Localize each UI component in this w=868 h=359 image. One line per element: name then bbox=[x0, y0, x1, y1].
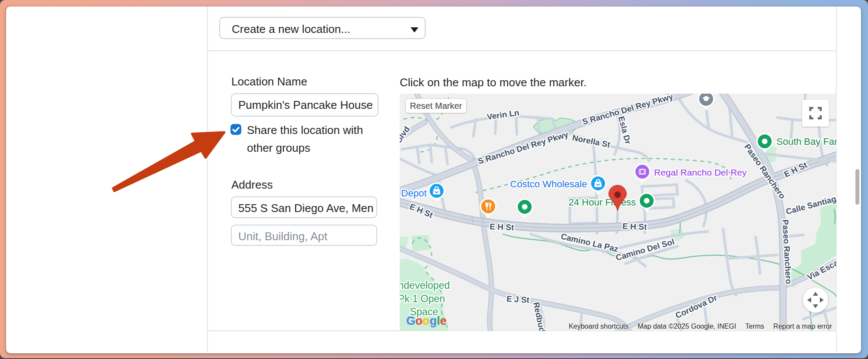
svg-text:South Bay Farms: South Bay Farms bbox=[776, 136, 836, 147]
svg-text:24 Hour Fitness: 24 Hour Fitness bbox=[569, 197, 636, 208]
svg-text:ndeveloped: ndeveloped bbox=[400, 280, 450, 291]
svg-text:Costco Wholesale: Costco Wholesale bbox=[510, 179, 587, 189]
svg-text:E H St: E H St bbox=[490, 222, 514, 232]
svg-text:E H St: E H St bbox=[622, 222, 647, 232]
svg-text:Regal Rancho Del Rey: Regal Rancho Del Rey bbox=[654, 167, 747, 177]
svg-text:Depot: Depot bbox=[401, 188, 427, 199]
svg-text:Pk 1 Open: Pk 1 Open bbox=[400, 293, 445, 304]
svg-text:E J St: E J St bbox=[506, 294, 529, 305]
